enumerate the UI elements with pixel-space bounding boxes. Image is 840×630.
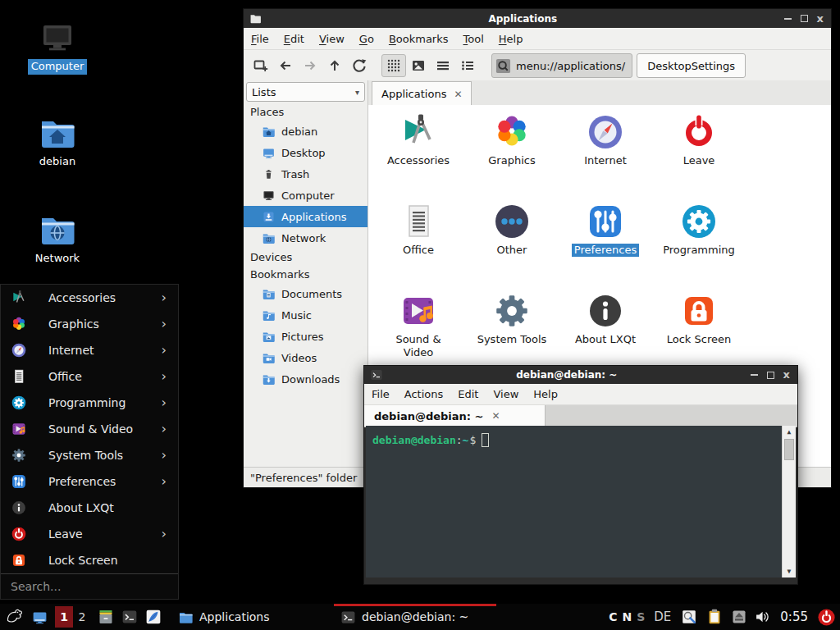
menu-search-input[interactable]: Search...	[1, 573, 178, 599]
menu-item-graphics[interactable]: Graphics›	[1, 311, 178, 337]
terminal-content[interactable]: debian@debian:~$ ▲ ▼	[366, 426, 796, 578]
clock[interactable]: 0:55	[780, 609, 808, 624]
desktop-icon-network[interactable]: Network	[18, 210, 97, 267]
app-category-other[interactable]: Other	[465, 202, 559, 291]
icon-view-button[interactable]	[381, 54, 406, 77]
sidebar-item-label: Documents	[281, 288, 342, 300]
app-category-programming[interactable]: Programming	[652, 202, 746, 291]
sidebar-item-videos[interactable]: Videos	[244, 347, 368, 368]
sidebar-item-label: Applications	[281, 211, 346, 223]
desktop-icon-debian[interactable]: debian	[18, 113, 97, 170]
leave-icon	[679, 112, 719, 152]
menu-item-programming[interactable]: Programming›	[1, 390, 178, 416]
menu-item-system-tools[interactable]: System Tools›	[1, 442, 178, 468]
screenshot-tool-icon[interactable]	[680, 608, 698, 626]
terminal-scrollbar[interactable]: ▲ ▼	[782, 426, 796, 578]
fm-menu-view[interactable]: View	[312, 33, 352, 45]
maximize-icon[interactable]	[767, 372, 774, 379]
terminal-tab[interactable]: debian@debian: ~ ✕	[364, 405, 546, 427]
show-desktop-button[interactable]	[31, 609, 48, 626]
terminal-menu-view[interactable]: View	[486, 388, 526, 400]
eject-removable-media-icon[interactable]	[731, 609, 747, 625]
menu-item-preferences[interactable]: Preferences›	[1, 468, 178, 495]
app-category-internet[interactable]: Internet	[559, 112, 652, 202]
scroll-up-icon[interactable]: ▲	[783, 426, 796, 438]
fm-menu-bookmarks[interactable]: Bookmarks	[381, 33, 456, 45]
menu-item-lock-screen[interactable]: Lock Screen	[1, 547, 178, 573]
menu-item-leave[interactable]: Leave›	[1, 521, 178, 547]
tab-close-icon[interactable]: ✕	[491, 410, 500, 422]
accessories-icon	[11, 290, 27, 306]
fm-menu-file[interactable]: File	[244, 33, 276, 45]
sidebar-item-desktop[interactable]: Desktop	[244, 142, 368, 163]
sidebar-item-downloads[interactable]: Downloads	[244, 368, 368, 390]
sidebar-item-debian[interactable]: debian	[244, 121, 368, 142]
tab-applications[interactable]: Applications ✕	[372, 81, 472, 106]
folder-home-icon	[38, 113, 77, 153]
leave-red-icon	[11, 526, 27, 542]
menu-item-about-lxqt[interactable]: About LXQt	[1, 495, 178, 521]
fm-menu-edit[interactable]: Edit	[276, 33, 312, 45]
folder-network-icon	[262, 231, 276, 245]
terminal-menu-edit[interactable]: Edit	[450, 388, 486, 400]
menu-item-accessories[interactable]: Accessories›	[1, 285, 178, 311]
workspace-2-button[interactable]: 2	[75, 606, 89, 628]
task-button-debian-debian-~[interactable]: debian@debian: ~	[334, 604, 496, 630]
new-tab-button[interactable]	[249, 54, 273, 77]
clipboard-icon[interactable]	[705, 608, 724, 626]
sidebar-item-music[interactable]: Music	[244, 304, 368, 326]
minimize-icon[interactable]	[751, 374, 758, 376]
tab-close-icon[interactable]: ✕	[454, 89, 462, 100]
close-icon[interactable]: x	[817, 15, 824, 23]
detailed-view-button[interactable]	[455, 54, 480, 77]
forward-button[interactable]	[298, 54, 322, 77]
menu-item-internet[interactable]: Internet›	[1, 337, 178, 363]
compact-view-button[interactable]	[431, 54, 455, 77]
menu-item-sound-video[interactable]: Sound & Video›	[1, 416, 178, 442]
accessories-icon	[399, 112, 438, 152]
terminal-menu-help[interactable]: Help	[526, 388, 565, 400]
back-button[interactable]	[273, 54, 298, 77]
main-menu-button[interactable]	[5, 607, 25, 627]
fm-titlebar[interactable]: Applications x	[244, 9, 831, 28]
sidebar-item-network[interactable]: Network	[244, 227, 368, 249]
reload-button[interactable]	[347, 54, 372, 77]
quicklaunch-file-manager-icon[interactable]	[98, 609, 114, 625]
keyboard-layout-indicator[interactable]: DE	[654, 609, 671, 624]
sidebar-item-trash[interactable]: Trash	[244, 163, 368, 185]
terminal-titlebar[interactable]: debian@debian: ~ x	[364, 366, 797, 384]
fm-menu-tool[interactable]: Tool	[456, 33, 491, 45]
thumbnail-view-button[interactable]	[406, 54, 431, 77]
app-category-leave[interactable]: Leave	[652, 112, 746, 202]
quicklaunch-terminal-icon[interactable]	[121, 609, 138, 625]
leave-button[interactable]	[817, 608, 836, 627]
terminal-menu-actions[interactable]: Actions	[397, 388, 451, 400]
sidebar-item-documents[interactable]: Documents	[244, 283, 368, 304]
fm-menu-go[interactable]: Go	[352, 33, 381, 45]
desktop-settings-button[interactable]: DesktopSettings	[637, 53, 746, 78]
back-icon	[277, 57, 294, 74]
maximize-icon[interactable]	[801, 15, 808, 22]
menu-item-office[interactable]: Office›	[1, 363, 178, 390]
scroll-down-icon[interactable]: ▼	[783, 565, 796, 578]
scrollbar-thumb[interactable]	[784, 439, 794, 460]
workspace-1-button[interactable]: 1	[55, 606, 73, 628]
sidebar-item-computer[interactable]: Computer	[244, 185, 368, 206]
quicklaunch-text-editor-icon[interactable]	[145, 609, 162, 625]
app-category-office[interactable]: Office	[372, 202, 465, 291]
up-button[interactable]	[322, 54, 347, 77]
close-icon[interactable]: x	[783, 371, 790, 379]
volume-icon[interactable]	[755, 609, 771, 625]
terminal-menu-file[interactable]: File	[364, 388, 397, 400]
sidebar-item-pictures[interactable]: Pictures	[244, 326, 368, 347]
sidebar-item-applications[interactable]: Applications	[244, 206, 368, 227]
sidebar-mode-select[interactable]: Lists ▾	[246, 82, 365, 102]
task-button-applications[interactable]: Applications	[171, 604, 334, 630]
minimize-icon[interactable]	[784, 18, 792, 20]
fm-menu-help[interactable]: Help	[491, 33, 531, 45]
app-category-accessories[interactable]: Accessories	[372, 112, 465, 202]
desktop-icon-computer[interactable]: Computer	[18, 18, 97, 75]
address-bar[interactable]: menu://applications/	[491, 53, 632, 78]
app-category-preferences[interactable]: Preferences	[559, 202, 652, 291]
app-category-graphics[interactable]: Graphics	[465, 112, 559, 202]
